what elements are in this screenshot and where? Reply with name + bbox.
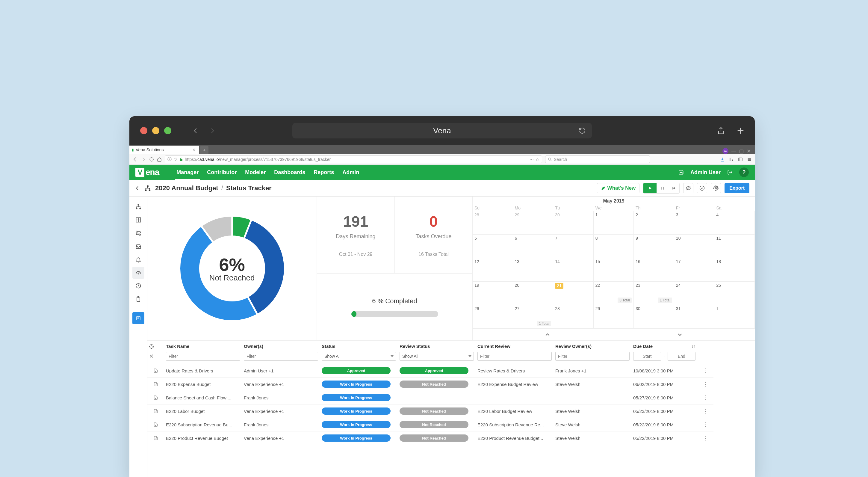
row-actions-icon[interactable]: ⋮ [703,421,708,428]
calendar-cell[interactable]: 25 [714,281,755,305]
history-back-icon[interactable] [192,126,199,135]
nav-item-modeler[interactable]: Modeler [245,165,266,180]
nav-forward-icon[interactable] [141,157,146,162]
calendar-cell[interactable]: 231 Total [634,281,674,305]
calendar-total-badge[interactable]: 1 Total [537,321,551,326]
sidebar-item-hierarchy[interactable] [132,201,144,213]
play-button[interactable] [643,183,656,193]
sidebar-item-inbox[interactable] [132,240,144,252]
row-actions[interactable]: ⋮ [697,431,713,445]
row-actions-icon[interactable]: ⋮ [703,408,708,414]
filter-review-owner-input[interactable] [555,352,629,361]
row-actions[interactable]: ⋮ [697,404,713,418]
row-actions-icon[interactable]: ⋮ [703,367,708,374]
window-minimize[interactable] [152,127,159,134]
pause-button[interactable] [656,183,668,193]
calendar-cell[interactable]: 18 [714,258,755,281]
home-icon[interactable] [157,157,162,162]
sidebar-item-note[interactable] [132,312,144,324]
check-icon[interactable] [697,183,707,193]
column-header-task[interactable]: Task Name [164,341,242,352]
tab-close-icon[interactable]: × [193,147,196,152]
calendar-cell[interactable]: 10 [674,235,715,258]
row-actions[interactable]: ⋮ [697,418,713,431]
calendar-cell[interactable]: 1 [594,211,634,235]
calendar-cell[interactable]: 16 [634,258,674,281]
nav-item-manager[interactable]: Manager [177,165,198,180]
calendar-cell[interactable]: 14 [553,258,594,281]
calendar-cell[interactable]: 31 [674,305,715,328]
row-actions[interactable]: ⋮ [697,377,713,391]
url-more-icon[interactable]: ⋯ [530,157,534,162]
sidebar-item-gauge[interactable] [132,267,144,279]
column-header-due[interactable]: Due Date [631,341,697,352]
column-header-owner[interactable]: Owner(s) [242,341,320,352]
calendar-cell[interactable]: 15 [594,258,634,281]
history-forward-icon[interactable] [209,126,216,135]
nav-back-icon[interactable] [132,157,138,162]
filter-current-review-input[interactable] [477,352,552,361]
sidebar-browser-icon[interactable] [738,157,743,162]
shield-icon[interactable]: 🛡 [174,157,178,162]
download-icon[interactable] [720,157,725,162]
calendar-cell[interactable]: 30 [553,211,594,235]
gear-icon[interactable] [711,183,721,193]
new-tab-button[interactable]: + [200,146,209,154]
sidebar-item-grid[interactable] [132,214,144,226]
calendar-cell[interactable]: 8 [594,235,634,258]
window-maximize[interactable] [164,127,171,134]
window-action-restore-icon[interactable]: ▢ [739,148,744,154]
url-input[interactable]: ⓘ 🛡 https://ca3.vena.io/new_manager/proc… [165,155,542,163]
window-action-close-icon[interactable]: ✕ [747,148,751,154]
calendar-cell[interactable]: 21 [553,281,594,305]
calendar-cell[interactable]: 28 [473,211,513,235]
visibility-icon[interactable] [683,183,693,193]
calendar-total-badge[interactable]: 1 Total [658,298,672,303]
nav-item-reports[interactable]: Reports [314,165,334,180]
column-header-review-owner[interactable]: Review Owner(s) [554,341,631,352]
calendar-cell[interactable]: 17 [674,258,715,281]
calendar-total-badge[interactable]: 3 Total [618,298,632,303]
calendar-cell[interactable]: 30 [634,305,674,328]
column-header-status[interactable]: Status [320,341,398,352]
calendar-cell[interactable]: 26 [473,305,513,328]
calendar-cell[interactable]: 12 [473,258,513,281]
calendar-cell[interactable]: 5 [473,235,513,258]
calendar-cell[interactable]: 6 [513,235,554,258]
filter-owner-input[interactable] [244,352,318,361]
row-actions[interactable]: ⋮ [697,391,713,404]
nav-item-dashboards[interactable]: Dashboards [274,165,305,180]
whats-new-button[interactable]: What's New [597,183,640,193]
filter-status-select[interactable]: Show All [322,352,396,361]
sidebar-item-clipboard[interactable] [132,293,144,305]
logout-icon[interactable] [727,170,733,175]
skip-button[interactable] [668,183,679,193]
calendar-cell[interactable]: 28 [553,305,594,328]
nav-item-admin[interactable]: Admin [342,165,359,180]
row-actions-icon[interactable]: ⋮ [703,435,708,441]
calendar-cell[interactable]: 223 Total [594,281,634,305]
reload-page-icon[interactable] [149,157,154,162]
browser-tab[interactable]: ▮ Vena Solutions × [129,146,199,154]
browser-search-input[interactable]: Search [545,155,650,163]
row-actions[interactable]: ⋮ [697,364,713,377]
calendar-cell[interactable]: 1 [714,305,755,328]
save-icon[interactable] [678,170,684,175]
row-actions-icon[interactable]: ⋮ [703,381,708,387]
calendar-cell[interactable]: 3 [674,211,715,235]
calendar-prev-icon[interactable] [544,331,551,338]
calendar-cell[interactable]: 11 [714,235,755,258]
help-icon[interactable]: ? [739,168,749,177]
user-name[interactable]: Admin User [690,169,721,176]
sidebar-item-bell[interactable] [132,254,144,265]
container-icon[interactable]: ∞ [722,148,728,154]
calendar-cell[interactable]: 29 [594,305,634,328]
calendar-cell[interactable]: 2 [634,211,674,235]
sidebar-item-history[interactable] [132,280,144,292]
window-action-minimize-icon[interactable]: — [732,148,736,154]
calendar-cell[interactable]: 271 Total [513,305,554,328]
filter-due-start-input[interactable] [633,352,661,361]
calendar-cell[interactable]: 13 [513,258,554,281]
library-icon[interactable] [729,157,734,162]
sidebar-item-flow[interactable] [132,227,144,239]
